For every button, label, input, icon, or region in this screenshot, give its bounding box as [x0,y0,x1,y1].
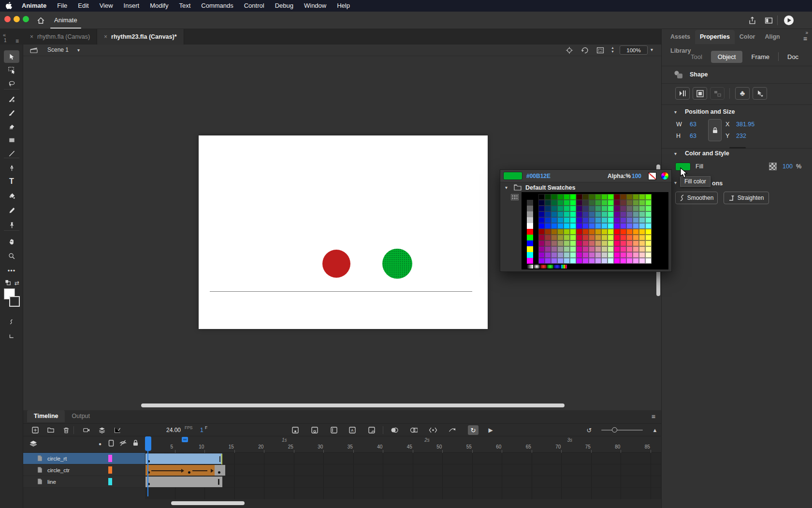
swatch-#3399CC[interactable] [595,217,601,223]
swatch-#66CCCC[interactable] [639,217,645,223]
swatch-#000099[interactable] [538,211,545,217]
swatch-#006666[interactable] [551,206,557,211]
swatch-#339966[interactable] [595,206,601,211]
swatch-#9900FF[interactable] [538,258,545,264]
mode-tab-object[interactable]: Object [711,51,743,63]
swatch-#006600[interactable] [551,194,557,200]
swatch-#009933[interactable] [557,200,564,206]
swatch-#FF33FF[interactable] [620,258,626,264]
reset-timeline-zoom-icon[interactable]: ↺ [584,425,594,435]
swap-symbol-button[interactable] [693,87,707,100]
swatch-#336600[interactable] [589,194,595,200]
swatch-#FF0033[interactable] [614,235,620,240]
swatch-#33FF99[interactable] [608,211,614,217]
gradient-swatch-4[interactable] [547,265,553,269]
swatch-#CC00FF[interactable] [576,258,582,264]
hidden-section-chevron-icon[interactable]: ▾ [674,180,677,185]
swatch-#3300FF[interactable] [576,223,582,229]
swatch-#66FFFF[interactable] [645,223,652,229]
swatch-#33FF66[interactable] [608,206,614,211]
swatch-#99CC00[interactable] [564,229,570,235]
swatch-#0033FF[interactable] [545,223,551,229]
swatch-#00CC99[interactable] [564,211,570,217]
home-icon[interactable] [35,15,46,26]
loop-playback-button[interactable]: ↻ [468,425,478,435]
swatch-#0000FF[interactable] [527,240,533,246]
swatch-#66FF00[interactable] [645,194,652,200]
swatch-#99FF00[interactable] [570,229,576,235]
menu-item-modify[interactable]: Modify [145,0,174,12]
swatch-#CC99FF[interactable] [595,258,601,264]
swatch-#999966[interactable] [557,240,564,246]
swatch-#FF3366[interactable] [620,240,626,246]
timeline-menu-icon[interactable]: ≡ [652,413,655,420]
swatch-#00FF00[interactable] [570,194,576,200]
layers-stack-icon[interactable] [29,440,38,448]
swatch-#6633CC[interactable] [620,217,626,223]
swatch-#66CC00[interactable] [639,194,645,200]
zoom-level-input[interactable]: 100% [620,45,648,55]
swatch-#666699[interactable] [626,211,633,217]
swatch-#663333[interactable] [620,200,626,206]
straighten-button[interactable]: Straighten [724,192,769,204]
swatch-#99FF99[interactable] [570,246,576,252]
swatch-#CCCCCC[interactable] [601,252,608,258]
swatch-#66FF66[interactable] [645,206,652,211]
mode-tab-frame[interactable]: Frame [751,53,769,60]
layer-row-circle_rt[interactable]: circle_rt [23,453,145,464]
swatch-#993333[interactable] [545,235,551,240]
mode-tab-tool[interactable]: Tool [691,53,702,60]
swatch-#FF0000[interactable] [614,229,620,235]
swatch-#FF0000[interactable] [527,229,533,235]
camera-icon[interactable] [81,425,92,435]
swap-colors-row[interactable]: ⇄ [4,277,19,289]
layer-row-circle_ctr[interactable]: circle_ctr [23,464,145,476]
height-value[interactable]: 63 [690,133,696,139]
show-all-dot-icon[interactable]: ● [99,441,102,447]
swatch-#996633[interactable] [551,235,557,240]
swatch-#333333[interactable] [527,200,533,206]
swatch-#99CC99[interactable] [564,246,570,252]
show-layers-icon[interactable] [97,425,107,435]
timeline-zoom-slider[interactable] [601,430,643,431]
layer-color-chip[interactable] [108,478,112,485]
swatch-#993366[interactable] [545,240,551,246]
playhead-head[interactable] [145,436,151,451]
paint-bucket-tool[interactable] [4,190,19,202]
frame-span-selected[interactable] [145,453,222,464]
minimize-window-button[interactable] [14,16,20,22]
swatch-#FFFF66[interactable] [645,240,652,246]
current-color-chip[interactable] [503,172,522,180]
layer-color-chip[interactable] [108,455,112,462]
swatch-#FFCCCC[interactable] [639,252,645,258]
apple-menu-icon[interactable] [0,2,16,10]
menu-item-help[interactable]: Help [332,0,355,12]
new-folder-icon[interactable] [45,425,56,435]
menu-item-commands[interactable]: Commands [196,0,238,12]
swatch-#99FFCC[interactable] [570,252,576,258]
zoom-chevron-icon[interactable]: ▾ [651,47,653,52]
swatch-#CCCC00[interactable] [601,229,608,235]
swatch-#66CC99[interactable] [639,211,645,217]
horizontal-scrollbar[interactable] [141,403,565,407]
layer-track-circle_ctr[interactable] [145,464,661,476]
swatch-#FFFFFF[interactable] [527,223,533,229]
swatch-#CC9999[interactable] [595,246,601,252]
swatch-#FF3333[interactable] [620,235,626,240]
subselection-transform-tool[interactable] [4,64,19,76]
swatch-#669933[interactable] [633,200,639,206]
red-circle-shape[interactable] [322,250,350,278]
swatch-#33FF00[interactable] [608,194,614,200]
test-movie-play-button[interactable] [783,15,795,26]
swatch-#FF3300[interactable] [620,229,626,235]
swatch-#FF9933[interactable] [633,235,639,240]
onion-skin-icon[interactable] [389,425,399,435]
swatch-#990033[interactable] [538,235,545,240]
swatch-#0000FF[interactable] [538,223,545,229]
swatch-#666666[interactable] [626,206,633,211]
frame-icon[interactable] [329,425,339,435]
swatch-#33CCFF[interactable] [601,223,608,229]
swatch-#000000[interactable] [527,194,533,200]
swatch-#33CC00[interactable] [601,194,608,200]
edit-multiple-frames-icon[interactable] [427,425,438,435]
